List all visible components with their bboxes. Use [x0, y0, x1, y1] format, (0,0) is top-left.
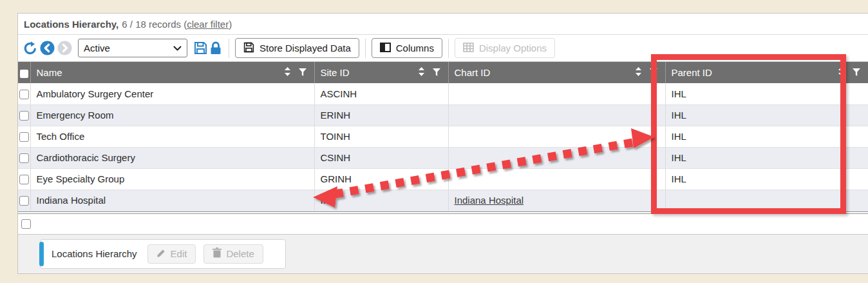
- sort-icon[interactable]: [419, 67, 424, 78]
- table-grid-icon: [463, 43, 474, 54]
- toolbar-separator: [229, 39, 229, 58]
- row-checkbox[interactable]: [19, 175, 29, 184]
- row-checkbox[interactable]: [19, 196, 29, 206]
- chart-id-link[interactable]: Indiana Hospital: [455, 195, 524, 206]
- table-row: Emergency RoomERINHIHL: [18, 104, 868, 126]
- cell-name: Tech Office: [30, 126, 314, 147]
- back-icon[interactable]: [40, 41, 55, 55]
- cell-parent-id: [665, 190, 868, 211]
- cell-chart-id: [448, 83, 665, 104]
- cell-name: Emergency Room: [30, 104, 314, 126]
- column-header-name[interactable]: Name: [30, 62, 314, 83]
- save-icon: [243, 42, 254, 55]
- edit-button[interactable]: Edit: [147, 244, 196, 264]
- toolbar-separator: [365, 39, 366, 58]
- selection-label: Locations Hierarchy: [52, 248, 137, 259]
- view-select-value: Active: [84, 43, 110, 54]
- locations-table: Name Site ID Chart I: [18, 62, 868, 211]
- locations-hierarchy-panel: Locations Hierarchy,6 / 18 records (clea…: [17, 13, 868, 274]
- cell-parent-id: IHL: [665, 83, 868, 104]
- title-bar: Locations Hierarchy,6 / 18 records (clea…: [18, 14, 868, 35]
- cell-chart-id: [448, 168, 665, 190]
- table-row: Eye Specialty GroupGRINHIHL: [18, 168, 868, 190]
- select-all-checkbox[interactable]: [20, 70, 28, 78]
- cell-name: Eye Specialty Group: [30, 168, 314, 190]
- cell-parent-id: IHL: [665, 147, 868, 168]
- pencil-icon: [156, 248, 166, 260]
- cell-chart-id: [448, 126, 665, 147]
- table-header-row: Name Site ID Chart I: [18, 62, 868, 83]
- cell-parent-id: IHL: [665, 168, 868, 190]
- delete-button[interactable]: Delete: [203, 244, 263, 264]
- columns-button[interactable]: Columns: [372, 38, 442, 58]
- cell-site-id: IHL: [314, 190, 448, 211]
- records-count: 6 / 18 records (: [122, 19, 187, 30]
- cell-site-id: ERINH: [314, 104, 448, 126]
- column-header-parent-id[interactable]: Parent ID: [665, 62, 868, 83]
- table-row: Indiana HospitalIHLIndiana Hospital: [18, 190, 868, 211]
- toolbar-separator: [448, 39, 449, 58]
- selection-action-box: Locations Hierarchy Edit Delete: [40, 239, 286, 269]
- cell-parent-id: IHL: [665, 104, 868, 126]
- records-count-suffix: ): [229, 19, 232, 30]
- save-icon[interactable]: [194, 41, 207, 55]
- cell-parent-id: IHL: [665, 126, 868, 147]
- table-row: Ambulatory Surgery CenterASCINHIHL: [18, 83, 868, 104]
- cell-chart-id: [448, 104, 665, 126]
- sort-icon[interactable]: [285, 67, 290, 78]
- cell-site-id: GRINH: [314, 168, 448, 190]
- forward-icon[interactable]: [57, 41, 72, 55]
- sort-icon[interactable]: [636, 67, 641, 78]
- cell-name: Ambulatory Surgery Center: [30, 83, 314, 104]
- column-header-site-id[interactable]: Site ID: [314, 62, 448, 83]
- store-displayed-data-button[interactable]: Store Displayed Data: [235, 38, 359, 58]
- filter-icon[interactable]: [853, 67, 860, 78]
- trash-icon: [212, 248, 222, 260]
- column-header-chart-id[interactable]: Chart ID: [448, 62, 665, 83]
- new-record-row: [18, 214, 868, 235]
- table-row: Tech OfficeTOINHIHL: [18, 126, 868, 147]
- filter-icon[interactable]: [650, 67, 657, 78]
- cell-site-id: CSINH: [314, 147, 448, 168]
- page-title: Locations Hierarchy,: [24, 19, 118, 30]
- table-row: Cardiothoracic SurgeryCSINHIHL: [18, 147, 868, 168]
- clear-filter-link[interactable]: clear filter: [187, 19, 229, 30]
- table-body: Ambulatory Surgery CenterASCINHIHLEmerge…: [18, 83, 868, 211]
- cell-chart-id: [448, 147, 665, 168]
- row-checkbox[interactable]: [19, 153, 29, 163]
- cell-chart-id: Indiana Hospital: [448, 190, 665, 211]
- sort-icon[interactable]: [838, 67, 844, 78]
- cell-site-id: ASCINH: [314, 83, 448, 104]
- display-options-button[interactable]: Display Options: [455, 38, 555, 58]
- filter-icon[interactable]: [433, 67, 440, 78]
- chevron-down-icon: [173, 43, 182, 54]
- refresh-icon[interactable]: [23, 41, 37, 55]
- row-checkbox[interactable]: [19, 111, 29, 121]
- row-checkbox[interactable]: [19, 132, 29, 142]
- lock-icon[interactable]: [210, 41, 222, 55]
- cell-name: Indiana Hospital: [30, 190, 314, 211]
- page: Locations Hierarchy,6 / 18 records (clea…: [0, 0, 868, 283]
- cell-site-id: TOINH: [314, 126, 448, 147]
- toolbar: Active Store Displayed Data: [18, 35, 868, 62]
- footer-bar: Locations Hierarchy Edit Delete: [18, 235, 868, 273]
- columns-icon: [380, 43, 391, 54]
- row-checkbox[interactable]: [19, 90, 29, 99]
- cell-name: Cardiothoracic Surgery: [30, 147, 314, 168]
- view-select[interactable]: Active: [78, 39, 187, 57]
- filter-icon[interactable]: [299, 67, 307, 78]
- row-checkbox[interactable]: [21, 219, 31, 229]
